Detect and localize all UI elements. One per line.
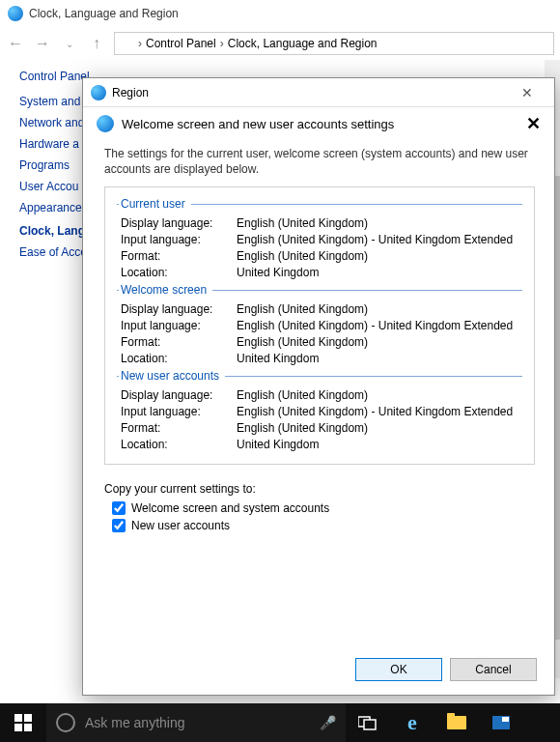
settings-row: Input language:English (United Kingdom) …	[121, 405, 522, 418]
settings-row: Location:United Kingdom	[121, 266, 522, 279]
section-current-user: Current user	[117, 197, 522, 211]
row-label: Input language:	[121, 405, 237, 418]
row-value: English (United Kingdom)	[237, 302, 522, 316]
settings-row: Input language:English (United Kingdom) …	[121, 233, 522, 246]
row-value: United Kingdom	[237, 266, 522, 279]
settings-row: Format:English (United Kingdom)	[121, 249, 522, 263]
task-view-icon[interactable]	[346, 703, 390, 742]
row-label: Input language:	[121, 233, 237, 246]
settings-row: Display language:English (United Kingdom…	[121, 216, 522, 230]
row-value: United Kingdom	[237, 438, 522, 451]
settings-icon[interactable]	[479, 703, 523, 742]
breadcrumb[interactable]: Clock, Language and Region	[228, 37, 378, 50]
up-icon[interactable]: ↑	[87, 34, 106, 53]
start-button[interactable]	[0, 703, 46, 742]
window-titlebar: Clock, Language and Region	[0, 0, 560, 27]
row-label: Location:	[121, 438, 237, 451]
row-value: English (United Kingdom) - United Kingdo…	[237, 233, 522, 246]
edge-icon[interactable]: e	[390, 703, 434, 742]
row-value: English (United Kingdom)	[237, 335, 522, 349]
row-value: English (United Kingdom)	[237, 249, 522, 263]
breadcrumb[interactable]: Control Panel	[146, 37, 216, 50]
dialog-title: Region	[112, 86, 149, 100]
row-value: English (United Kingdom) - United Kingdo…	[237, 319, 522, 332]
row-label: Location:	[121, 266, 237, 279]
settings-groupbox: Current userDisplay language:English (Un…	[104, 186, 535, 465]
globe-icon	[97, 115, 114, 132]
row-label: Input language:	[121, 319, 237, 332]
section-new-user-accounts: New user accounts	[117, 369, 522, 383]
checkbox-welcome-screen[interactable]: Welcome screen and system accounts	[112, 501, 535, 515]
checkbox-new-user-accounts[interactable]: New user accounts	[112, 519, 535, 532]
chevron-right-icon: ›	[138, 37, 142, 50]
section-title: Welcome screen	[119, 283, 212, 297]
row-label: Format:	[121, 421, 237, 435]
windows-icon	[14, 714, 32, 731]
settings-row: Format:English (United Kingdom)	[121, 421, 522, 435]
dialog-intro: The settings for the current user, welco…	[104, 146, 535, 177]
settings-row: Display language:English (United Kingdom…	[121, 302, 522, 316]
region-dialog: Region ✕ Welcome screen and new user acc…	[82, 77, 555, 696]
svg-rect-1	[364, 720, 376, 729]
ok-button[interactable]: OK	[355, 658, 442, 681]
globe-icon	[91, 85, 106, 100]
checkbox-input[interactable]	[112, 519, 126, 532]
cortana-search[interactable]: Ask me anything 🎤	[46, 703, 346, 742]
microphone-icon[interactable]: 🎤	[320, 715, 336, 730]
row-label: Display language:	[121, 388, 237, 402]
section-welcome-screen: Welcome screen	[117, 283, 522, 297]
window-title: Clock, Language and Region	[29, 7, 179, 20]
back-icon[interactable]: ←	[6, 34, 25, 53]
dialog-header-text: Welcome screen and new user accounts set…	[122, 117, 394, 131]
globe-icon	[8, 6, 23, 21]
dialog-header: Welcome screen and new user accounts set…	[83, 107, 554, 140]
section-title: New user accounts	[119, 369, 225, 383]
cancel-button[interactable]: Cancel	[450, 658, 537, 681]
globe-icon	[121, 37, 134, 50]
row-label: Display language:	[121, 216, 237, 230]
cortana-icon	[56, 713, 75, 732]
file-explorer-icon[interactable]	[434, 703, 479, 742]
copy-settings-label: Copy your current settings to:	[104, 482, 535, 496]
close-icon[interactable]: ✕	[526, 113, 541, 134]
row-label: Format:	[121, 335, 237, 349]
row-value: United Kingdom	[237, 352, 522, 365]
dialog-titlebar: Region ✕	[83, 78, 554, 107]
settings-row: Display language:English (United Kingdom…	[121, 388, 522, 402]
settings-row: Input language:English (United Kingdom) …	[121, 319, 522, 332]
row-value: English (United Kingdom)	[237, 421, 522, 435]
row-label: Location:	[121, 352, 237, 365]
row-label: Display language:	[121, 302, 237, 316]
settings-row: Location:United Kingdom	[121, 352, 522, 365]
search-placeholder: Ask me anything	[85, 715, 185, 730]
recent-dropdown-icon[interactable]: ⌄	[60, 34, 79, 53]
chevron-right-icon: ›	[220, 37, 224, 50]
settings-row: Format:English (United Kingdom)	[121, 335, 522, 349]
row-label: Format:	[121, 249, 237, 263]
row-value: English (United Kingdom)	[237, 388, 522, 402]
address-bar-row: ← → ⌄ ↑ › Control Panel › Clock, Languag…	[0, 27, 560, 60]
forward-icon[interactable]: →	[33, 34, 52, 53]
checkbox-label: New user accounts	[131, 519, 230, 532]
settings-row: Location:United Kingdom	[121, 438, 522, 451]
close-icon[interactable]: ✕	[508, 85, 546, 100]
section-title: Current user	[119, 197, 191, 211]
checkbox-input[interactable]	[112, 501, 126, 515]
checkbox-label: Welcome screen and system accounts	[131, 501, 329, 515]
row-value: English (United Kingdom) - United Kingdo…	[237, 405, 522, 418]
address-bar[interactable]: › Control Panel › Clock, Language and Re…	[114, 32, 554, 55]
row-value: English (United Kingdom)	[237, 216, 522, 230]
taskbar: Ask me anything 🎤 e	[0, 703, 560, 742]
